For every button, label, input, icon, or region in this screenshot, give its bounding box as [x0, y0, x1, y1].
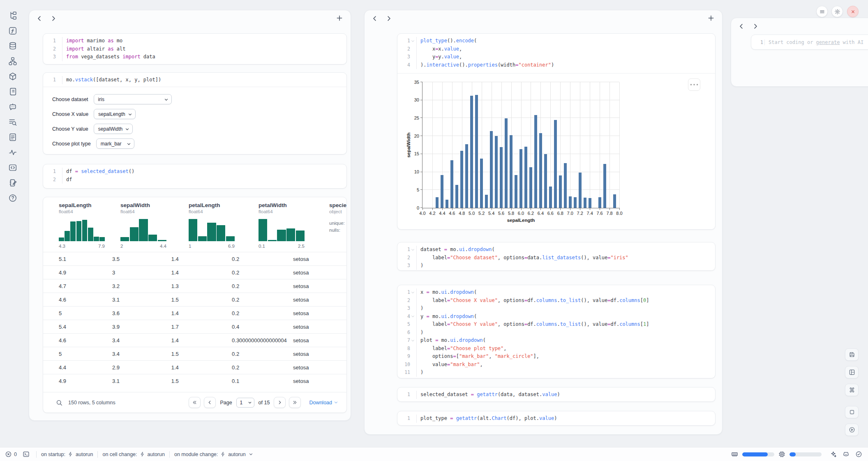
first-page-button[interactable]: [189, 397, 201, 408]
close-button[interactable]: [847, 6, 859, 17]
error-indicator[interactable]: 0: [5, 451, 17, 458]
menu-button[interactable]: [816, 6, 828, 17]
last-page-button[interactable]: [289, 397, 301, 408]
next-page-button[interactable]: [274, 397, 286, 408]
memory-usage-meter[interactable]: [742, 452, 774, 456]
code-token: .: [557, 321, 560, 327]
chart-actions-button[interactable]: [688, 78, 700, 91]
fold-chevron-icon[interactable]: [411, 339, 415, 343]
table-summary: 150 rows, 5 columns: [68, 400, 115, 406]
y-tick-mark: [420, 100, 422, 100]
control-label: Choose Y value: [52, 126, 88, 132]
command-button[interactable]: [845, 384, 859, 396]
column-range: 16.9: [189, 244, 235, 249]
add-cell-icon[interactable]: [707, 14, 715, 22]
chevron-left-icon[interactable]: [36, 15, 43, 22]
code-editor[interactable]: 1mo.vstack([dataset, x, y, plot]): [43, 73, 346, 87]
scroll-icon[interactable]: [8, 87, 17, 96]
activity-icon[interactable]: [8, 148, 17, 157]
column-header[interactable]: speciesobjectunique:nulls:: [329, 202, 346, 249]
code-editor[interactable]: 1df = selected_dataset()2df: [43, 164, 346, 186]
table-cell: 1.5: [171, 378, 232, 384]
network-icon[interactable]: [8, 57, 17, 66]
package-icon[interactable]: [8, 72, 17, 81]
line-number: 1: [43, 76, 62, 84]
function-icon[interactable]: [8, 26, 17, 35]
database-icon[interactable]: [8, 41, 17, 51]
page-select[interactable]: 1: [236, 398, 254, 408]
code-snippet-icon[interactable]: [8, 163, 17, 172]
copilot-icon[interactable]: [843, 451, 850, 458]
chatbot-icon[interactable]: [8, 102, 17, 111]
autorun-setting[interactable]: on cell change:autorun: [102, 452, 165, 457]
code-token: , options: [498, 255, 524, 260]
cpu-usage-meter[interactable]: [790, 452, 822, 456]
column-header[interactable]: petalLengthfloat6416.9: [189, 202, 259, 249]
bar-chart[interactable]: sepalWidth sepalLength 4.04.24.44.64.85.…: [422, 82, 619, 208]
column-header[interactable]: sepalWidthfloat6424.4: [120, 202, 189, 249]
play-button[interactable]: [845, 424, 859, 436]
settings-button[interactable]: [831, 6, 843, 17]
file-tree-icon[interactable]: [8, 11, 17, 20]
download-button[interactable]: Download: [309, 400, 338, 406]
dropdown-select[interactable]: sepalWidth: [94, 124, 133, 134]
chart-bar: [505, 118, 508, 208]
code-token: options: [420, 353, 453, 359]
column-header[interactable]: sepalLengthfloat644.37.9: [59, 202, 120, 249]
dropdown-select[interactable]: mark_bar: [96, 138, 134, 149]
column-header[interactable]: petalWidthfloat640.12.5: [259, 202, 329, 249]
x-tick-mark: [472, 208, 472, 210]
scratchpad-icon[interactable]: [8, 178, 17, 187]
code-token: .: [465, 247, 468, 252]
add-cell-icon[interactable]: [336, 14, 343, 22]
stop-button[interactable]: [845, 406, 859, 418]
fold-spacer: [56, 55, 61, 59]
code-editor[interactable]: 1plot_type = getattr(alt.Chart(df), plot…: [397, 411, 715, 426]
chevron-right-icon[interactable]: [752, 23, 759, 30]
search-list-icon[interactable]: [8, 118, 17, 127]
document-icon[interactable]: [8, 133, 17, 142]
fold-chevron-icon[interactable]: [411, 39, 415, 43]
autorun-setting[interactable]: on startup:autorun: [41, 452, 93, 457]
code-line: 7plot = mo.ui.dropdown(: [397, 337, 715, 345]
table-body: 5.13.51.40.2setosa4.931.40.2setosa4.73.2…: [43, 252, 346, 387]
chevron-right-icon[interactable]: [385, 15, 392, 22]
help-icon[interactable]: [8, 194, 17, 203]
histogram-bar: [130, 227, 139, 241]
chart-output[interactable]: sepalWidth sepalLength 4.04.24.44.64.85.…: [397, 73, 715, 229]
code-editor[interactable]: 1import marimo as mo2import altair as al…: [43, 34, 346, 64]
code-editor[interactable]: 1x = mo.ui.dropdown(2 label="Choose X va…: [397, 285, 715, 378]
layout-button[interactable]: [845, 366, 859, 378]
code-input[interactable]: Start coding or generate with AI: [764, 39, 863, 45]
search-icon[interactable]: [55, 399, 63, 406]
line-number: 10: [397, 361, 416, 369]
autorun-setting[interactable]: on module change:autorun: [174, 452, 253, 457]
connection-status-icon[interactable]: [855, 451, 862, 458]
code-token: (data, dataset.: [498, 392, 542, 397]
ai-sparkle-icon[interactable]: [830, 451, 837, 458]
code-editor[interactable]: 1dataset = mo.ui.dropdown(2 label="Choos…: [397, 242, 715, 271]
fold-spacer: [56, 39, 61, 43]
code-editor[interactable]: 1selected_dataset = getattr(data, datase…: [397, 387, 715, 402]
fold-chevron-icon[interactable]: [411, 248, 415, 252]
code-editor[interactable]: 1plot_type().encode(2 x=x.value,3 y=y.va…: [397, 34, 715, 71]
fold-chevron-icon[interactable]: [411, 314, 415, 318]
chevron-right-icon[interactable]: [50, 15, 57, 22]
dropdown-select[interactable]: iris: [94, 94, 172, 104]
terminal-icon[interactable]: [23, 451, 30, 458]
code-token: "iris": [610, 255, 628, 260]
chevron-left-icon[interactable]: [371, 15, 379, 22]
code-line: 4).interactive().properties(width="conta…: [397, 61, 715, 69]
prev-page-button[interactable]: [204, 397, 216, 408]
histogram-bar: [226, 236, 235, 241]
x-tick-mark: [511, 208, 512, 210]
code-token: ,: [459, 46, 462, 52]
x-tick-label: 4.2: [429, 211, 435, 216]
chevron-left-icon[interactable]: [738, 23, 745, 30]
dropdown-select[interactable]: sepalLength: [94, 109, 135, 119]
save-button[interactable]: [845, 348, 859, 361]
code-text: label="Choose Y value", options=df.colum…: [416, 320, 649, 329]
x-tick-mark: [521, 208, 522, 210]
generate-link[interactable]: generate: [816, 39, 840, 45]
fold-chevron-icon[interactable]: [411, 290, 415, 295]
